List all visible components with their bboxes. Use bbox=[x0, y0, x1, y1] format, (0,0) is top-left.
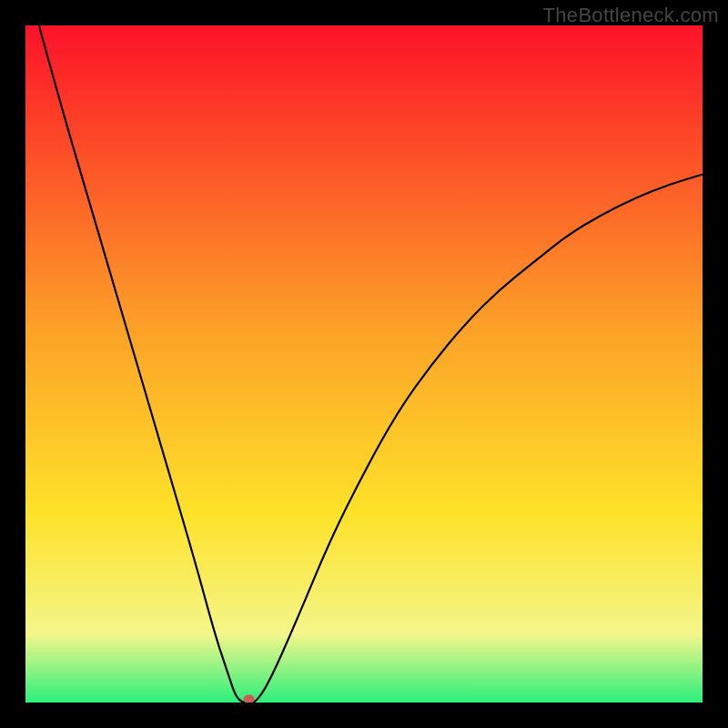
watermark-text: TheBottleneck.com bbox=[543, 4, 719, 27]
plot-area bbox=[25, 25, 703, 703]
gradient-background bbox=[25, 25, 703, 703]
chart-frame: TheBottleneck.com bbox=[0, 0, 728, 728]
chart-svg bbox=[25, 25, 703, 703]
